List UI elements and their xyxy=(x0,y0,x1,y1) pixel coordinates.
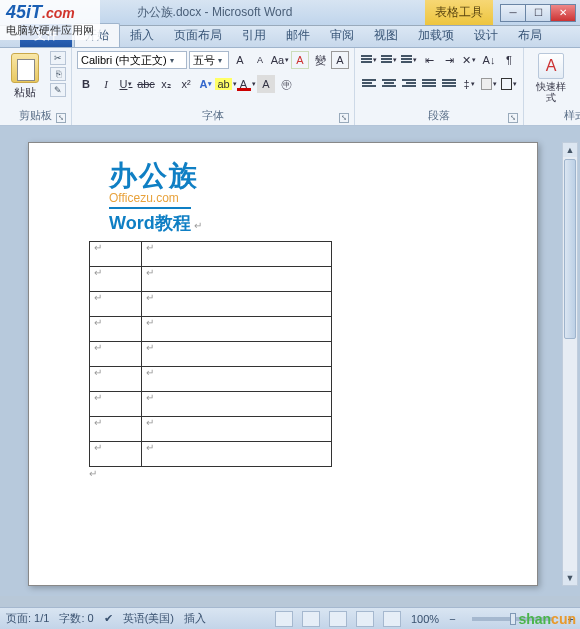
group-label-paragraph: 段落⤡ xyxy=(360,107,518,124)
align-left-button[interactable] xyxy=(360,75,378,93)
asian-layout-button[interactable]: ✕▾ xyxy=(460,51,478,69)
align-right-button[interactable] xyxy=(400,75,418,93)
tab-addins[interactable]: 加载项 xyxy=(408,24,464,47)
font-dialog-launcher[interactable]: ⤡ xyxy=(339,113,349,123)
table-row: ↵↵ xyxy=(90,417,332,442)
zoom-out-button[interactable]: − xyxy=(449,613,455,625)
table-row: ↵↵ xyxy=(90,292,332,317)
paste-icon xyxy=(11,53,39,83)
bullets-button[interactable]: ▾ xyxy=(360,51,378,69)
font-color-button[interactable]: A▾ xyxy=(237,75,255,93)
group-label-clipboard: 剪贴板⤡ xyxy=(5,107,66,124)
document-area: 办公族 Officezu.com Word教程 ↵ ↵↵ ↵↵ ↵↵ ↵↵ ↵↵… xyxy=(0,126,580,596)
status-bar: 页面: 1/1 字数: 0 ✔ 英语(美国) 插入 100% − + xyxy=(0,607,580,629)
zoom-level[interactable]: 100% xyxy=(411,613,439,625)
table-row: ↵↵ xyxy=(90,342,332,367)
table-row: ↵↵ xyxy=(90,392,332,417)
tab-design[interactable]: 设计 xyxy=(464,24,508,47)
clear-formatting-button[interactable]: A xyxy=(291,51,309,69)
document-header-logo: 办公族 Officezu.com Word教程 ↵ xyxy=(109,157,487,235)
enclose-characters-button[interactable]: ㊥ xyxy=(277,75,295,93)
scroll-thumb[interactable] xyxy=(564,159,576,339)
justify-button[interactable] xyxy=(420,75,438,93)
group-paragraph: ▾ ▾ ▾ ⇤ ⇥ ✕▾ A↓ ¶ ‡▾ ▾ ▾ 段落⤡ xyxy=(355,48,524,125)
group-clipboard: 粘贴 ✂ ⎘ ✎ 剪贴板⤡ xyxy=(0,48,72,125)
tab-layout[interactable]: 布局 xyxy=(508,24,552,47)
strike-button[interactable]: abc xyxy=(137,75,155,93)
bottom-watermark: shancun xyxy=(518,611,576,627)
scroll-up-button[interactable]: ▲ xyxy=(563,143,577,157)
distribute-button[interactable] xyxy=(440,75,458,93)
clipboard-dialog-launcher[interactable]: ⤡ xyxy=(56,113,66,123)
scroll-down-button[interactable]: ▼ xyxy=(563,571,577,585)
change-case-button[interactable]: Aa▾ xyxy=(271,51,289,69)
table-row: ↵↵ xyxy=(90,242,332,267)
quick-styles-button[interactable]: A 快速样式 xyxy=(529,51,573,105)
tab-mailings[interactable]: 邮件 xyxy=(276,24,320,47)
subscript-button[interactable]: x₂ xyxy=(157,75,175,93)
borders-button[interactable]: ▾ xyxy=(500,75,518,93)
numbering-button[interactable]: ▾ xyxy=(380,51,398,69)
table-row: ↵↵ xyxy=(90,367,332,392)
bold-button[interactable]: B xyxy=(77,75,95,93)
superscript-button[interactable]: x² xyxy=(177,75,195,93)
status-mode[interactable]: 插入 xyxy=(184,611,206,626)
format-painter-button[interactable]: ✎ xyxy=(50,83,66,97)
view-web[interactable] xyxy=(329,611,347,627)
vertical-scrollbar[interactable]: ▲ ▼ xyxy=(562,142,578,586)
group-font: Calibri (中文正文)▾ 五号▾ A A Aa▾ A 變 A B I U▾… xyxy=(72,48,355,125)
tab-references[interactable]: 引用 xyxy=(232,24,276,47)
status-proofing-icon[interactable]: ✔ xyxy=(104,612,113,625)
document-table[interactable]: ↵↵ ↵↵ ↵↵ ↵↵ ↵↵ ↵↵ ↵↵ ↵↵ ↵↵ xyxy=(89,241,332,467)
status-page[interactable]: 页面: 1/1 xyxy=(6,611,49,626)
paragraph-dialog-launcher[interactable]: ⤡ xyxy=(508,113,518,123)
view-fullscreen[interactable] xyxy=(302,611,320,627)
contextual-tab-label: 表格工具 xyxy=(425,0,493,25)
show-marks-button[interactable]: ¶ xyxy=(500,51,518,69)
highlight-button[interactable]: ab▾ xyxy=(217,75,235,93)
tab-view[interactable]: 视图 xyxy=(364,24,408,47)
tab-insert[interactable]: 插入 xyxy=(120,24,164,47)
status-language[interactable]: 英语(美国) xyxy=(123,611,174,626)
group-label-font: 字体⤡ xyxy=(77,107,349,124)
copy-button[interactable]: ⎘ xyxy=(50,67,66,81)
group-label-styles: 样式⤡ xyxy=(529,107,580,124)
external-watermark: 45iT.com 电脑软硬件应用网 xyxy=(0,0,100,40)
view-print-layout[interactable] xyxy=(275,611,293,627)
tab-review[interactable]: 审阅 xyxy=(320,24,364,47)
character-border-button[interactable]: A xyxy=(331,51,349,69)
line-spacing-button[interactable]: ‡▾ xyxy=(460,75,478,93)
maximize-button[interactable]: ☐ xyxy=(525,4,551,22)
quick-styles-icon: A xyxy=(538,53,564,79)
shrink-font-button[interactable]: A xyxy=(251,51,269,69)
multilevel-button[interactable]: ▾ xyxy=(400,51,418,69)
view-draft[interactable] xyxy=(383,611,401,627)
italic-button[interactable]: I xyxy=(97,75,115,93)
grow-font-button[interactable]: A xyxy=(231,51,249,69)
view-outline[interactable] xyxy=(356,611,374,627)
group-styles: A 快速样式 A 更改样式 样式⤡ xyxy=(524,48,580,125)
minimize-button[interactable]: ─ xyxy=(500,4,526,22)
close-button[interactable]: ✕ xyxy=(550,4,576,22)
increase-indent-button[interactable]: ⇥ xyxy=(440,51,458,69)
underline-button[interactable]: U▾ xyxy=(117,75,135,93)
font-size-combo[interactable]: 五号▾ xyxy=(189,51,229,69)
change-styles-button[interactable]: A 更改样式 xyxy=(576,51,580,105)
page[interactable]: 办公族 Officezu.com Word教程 ↵ ↵↵ ↵↵ ↵↵ ↵↵ ↵↵… xyxy=(28,142,538,586)
table-row: ↵↵ xyxy=(90,267,332,292)
table-row: ↵↵ xyxy=(90,317,332,342)
tab-pagelayout[interactable]: 页面布局 xyxy=(164,24,232,47)
font-name-combo[interactable]: Calibri (中文正文)▾ xyxy=(77,51,187,69)
paste-button[interactable]: 粘贴 xyxy=(5,51,45,102)
table-row: ↵↵ xyxy=(90,442,332,467)
align-center-button[interactable] xyxy=(380,75,398,93)
sort-button[interactable]: A↓ xyxy=(480,51,498,69)
character-shading-button[interactable]: A xyxy=(257,75,275,93)
shading-button[interactable]: ▾ xyxy=(480,75,498,93)
cut-button[interactable]: ✂ xyxy=(50,51,66,65)
phonetic-guide-button[interactable]: 變 xyxy=(311,51,329,69)
decrease-indent-button[interactable]: ⇤ xyxy=(420,51,438,69)
text-effects-button[interactable]: A▾ xyxy=(197,75,215,93)
status-wordcount[interactable]: 字数: 0 xyxy=(59,611,93,626)
ribbon: 粘贴 ✂ ⎘ ✎ 剪贴板⤡ Calibri (中文正文)▾ 五号▾ A A Aa… xyxy=(0,48,580,126)
